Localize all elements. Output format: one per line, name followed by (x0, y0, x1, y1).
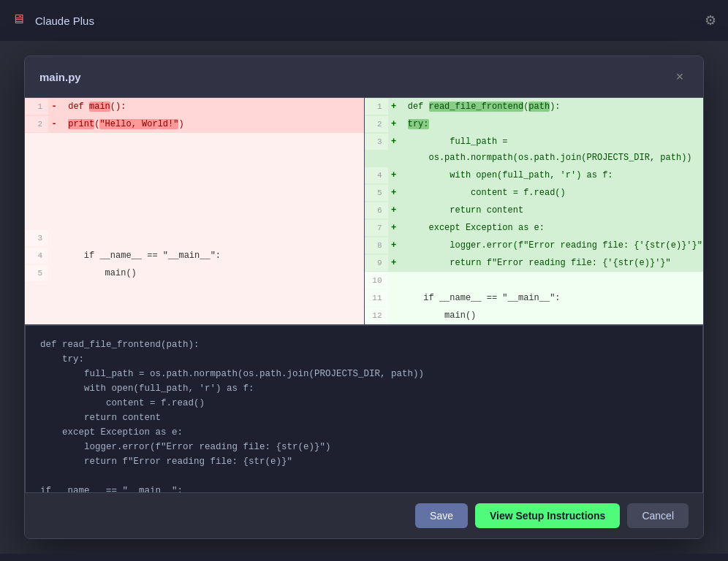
diff-line-empty-3 (25, 133, 364, 149)
diff-line-neutral-3: 3 (25, 229, 364, 247)
view-setup-instructions-button[interactable]: View Setup Instructions (475, 503, 620, 528)
settings-icon[interactable]: ⚙ (705, 12, 716, 28)
diff-line-add-7: 7 + except Exception as e: (365, 219, 704, 237)
diff-line-del-2: 2 - print("Hello, World!") (25, 115, 364, 133)
app-title: Claude Plus (35, 15, 94, 27)
diff-line-del-1: 1 - def main(): (25, 98, 364, 115)
diff-line-neutral-11: 11 if __name__ == "__main__": (365, 289, 704, 307)
diff-line-add-1: 1 + def read_file_frontend(path): (365, 98, 704, 115)
diff-line-add-8: 8 + logger.error(f"Error reading file: {… (365, 237, 704, 254)
title-bar-left: 🖥 Claude Plus (12, 12, 94, 29)
diff-line-neutral-12: 12 main() (365, 307, 704, 324)
close-button[interactable]: × (671, 68, 689, 85)
diff-line-add-6: 6 + return content (365, 202, 704, 219)
code-preview: def read_file_frontend(path): try: full_… (25, 325, 703, 493)
main-area: main.py × 1 - def main(): 2 - print("Hel… (0, 41, 728, 554)
cancel-button[interactable]: Cancel (627, 503, 689, 528)
diff-line-neutral-4: 4 if __name__ == "__main__": (25, 247, 364, 264)
diff-line-add-2: 2 + try: (365, 115, 704, 133)
diff-line-add-4: 4 + with open(full_path, 'r') as f: (365, 167, 704, 184)
diff-panel-left: 1 - def main(): 2 - print("Hello, World!… (25, 98, 365, 324)
diff-line-empty-4 (25, 149, 364, 165)
save-button[interactable]: Save (415, 503, 468, 528)
dialog-title: main.py (39, 71, 81, 83)
diff-line-add-5: 5 + content = f.read() (365, 184, 704, 202)
diff-line-neutral-5: 5 main() (25, 264, 364, 282)
title-bar: 🖥 Claude Plus ⚙ (0, 0, 728, 41)
dialog-footer: Save View Setup Instructions Cancel (25, 493, 703, 538)
bottom-bar: Search (0, 554, 728, 561)
diff-line-empty-8 (25, 213, 364, 229)
diff-container: 1 - def main(): 2 - print("Hello, World!… (25, 98, 703, 325)
diff-line-add-3: 3 + full_path = os.path.normpath(os.path… (365, 133, 704, 167)
dialog: main.py × 1 - def main(): 2 - print("Hel… (24, 56, 704, 539)
diff-line-neutral-10: 10 (365, 272, 704, 289)
diff-panel-right: 1 + def read_file_frontend(path): 2 + tr… (365, 98, 704, 324)
dialog-header: main.py × (25, 56, 703, 98)
app-icon: 🖥 (12, 12, 29, 29)
diff-line-empty-6 (25, 181, 364, 197)
diff-line-empty-5 (25, 165, 364, 181)
diff-line-add-9: 9 + return f"Error reading file: {'{str(… (365, 254, 704, 272)
diff-line-empty-7 (25, 197, 364, 213)
